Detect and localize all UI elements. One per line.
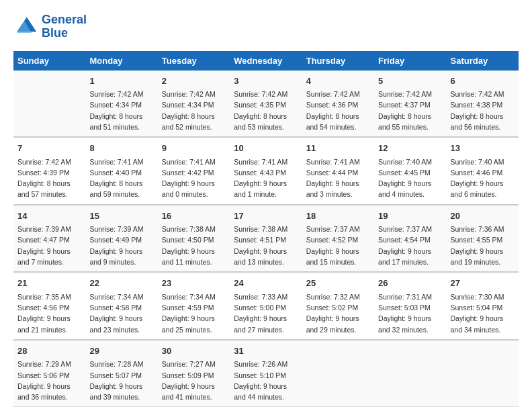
day-number: 1 [89, 75, 153, 88]
day-details: Sunrise: 7:41 AMSunset: 4:44 PMDaylight:… [306, 156, 370, 200]
calendar-cell: 1Sunrise: 7:42 AMSunset: 4:34 PMDaylight… [85, 71, 157, 138]
week-row-2: 7Sunrise: 7:42 AMSunset: 4:39 PMDaylight… [13, 137, 519, 205]
day-details: Sunrise: 7:40 AMSunset: 4:46 PMDaylight:… [451, 156, 515, 200]
column-header-tuesday: Tuesday [158, 51, 230, 71]
day-details: Sunrise: 7:32 AMSunset: 5:02 PMDaylight:… [306, 291, 370, 335]
day-number: 31 [234, 345, 298, 358]
day-details: Sunrise: 7:41 AMSunset: 4:43 PMDaylight:… [234, 156, 298, 200]
calendar-cell: 5Sunrise: 7:42 AMSunset: 4:37 PMDaylight… [374, 71, 446, 138]
calendar-cell: 24Sunrise: 7:33 AMSunset: 5:00 PMDayligh… [230, 272, 302, 340]
day-details: Sunrise: 7:41 AMSunset: 4:42 PMDaylight:… [162, 156, 226, 200]
week-row-1: 1Sunrise: 7:42 AMSunset: 4:34 PMDaylight… [13, 71, 519, 138]
day-header-row: SundayMondayTuesdayWednesdayThursdayFrid… [13, 51, 519, 71]
logo: General Blue [13, 13, 87, 40]
calendar-cell: 7Sunrise: 7:42 AMSunset: 4:39 PMDaylight… [13, 137, 85, 205]
calendar-cell: 4Sunrise: 7:42 AMSunset: 4:36 PMDaylight… [302, 71, 374, 138]
day-number: 12 [378, 142, 442, 155]
day-details: Sunrise: 7:42 AMSunset: 4:37 PMDaylight:… [378, 89, 442, 132]
day-details: Sunrise: 7:28 AMSunset: 5:07 PMDaylight:… [89, 359, 153, 402]
calendar-cell: 26Sunrise: 7:31 AMSunset: 5:03 PMDayligh… [374, 272, 446, 340]
day-details: Sunrise: 7:37 AMSunset: 4:54 PMDaylight:… [378, 224, 442, 267]
day-number: 26 [378, 277, 442, 290]
day-details: Sunrise: 7:34 AMSunset: 4:58 PMDaylight:… [89, 291, 153, 335]
day-details: Sunrise: 7:35 AMSunset: 4:56 PMDaylight:… [17, 291, 81, 335]
day-number: 24 [234, 277, 298, 290]
page-header: General Blue [13, 13, 519, 40]
calendar-cell [447, 340, 519, 407]
day-details: Sunrise: 7:33 AMSunset: 5:00 PMDaylight:… [234, 291, 298, 335]
day-details: Sunrise: 7:38 AMSunset: 4:51 PMDaylight:… [234, 224, 298, 267]
day-details: Sunrise: 7:39 AMSunset: 4:49 PMDaylight:… [89, 224, 153, 267]
week-row-5: 28Sunrise: 7:29 AMSunset: 5:06 PMDayligh… [13, 340, 519, 407]
day-number: 5 [378, 75, 442, 88]
day-number: 16 [162, 210, 226, 223]
day-number: 23 [162, 277, 226, 290]
day-details: Sunrise: 7:40 AMSunset: 4:45 PMDaylight:… [378, 156, 442, 200]
day-details: Sunrise: 7:27 AMSunset: 5:09 PMDaylight:… [162, 359, 226, 402]
calendar-cell: 8Sunrise: 7:41 AMSunset: 4:40 PMDaylight… [85, 137, 157, 205]
calendar-cell: 16Sunrise: 7:38 AMSunset: 4:50 PMDayligh… [158, 205, 230, 273]
day-details: Sunrise: 7:42 AMSunset: 4:36 PMDaylight:… [306, 89, 370, 132]
day-details: Sunrise: 7:41 AMSunset: 4:40 PMDaylight:… [89, 156, 153, 200]
calendar-cell: 23Sunrise: 7:34 AMSunset: 4:59 PMDayligh… [158, 272, 230, 340]
calendar-cell: 2Sunrise: 7:42 AMSunset: 4:34 PMDaylight… [158, 71, 230, 138]
day-number: 21 [17, 277, 81, 290]
day-number: 27 [451, 277, 515, 290]
day-number: 18 [306, 210, 370, 223]
day-details: Sunrise: 7:39 AMSunset: 4:47 PMDaylight:… [17, 224, 81, 267]
calendar-cell: 9Sunrise: 7:41 AMSunset: 4:42 PMDaylight… [158, 137, 230, 205]
day-number: 8 [89, 142, 153, 155]
calendar-cell: 6Sunrise: 7:42 AMSunset: 4:38 PMDaylight… [447, 71, 519, 138]
calendar-cell: 30Sunrise: 7:27 AMSunset: 5:09 PMDayligh… [158, 340, 230, 407]
day-number: 9 [162, 142, 226, 155]
logo-text: General Blue [42, 13, 87, 40]
calendar-cell: 21Sunrise: 7:35 AMSunset: 4:56 PMDayligh… [13, 272, 85, 340]
day-number: 6 [451, 75, 515, 88]
calendar-cell: 12Sunrise: 7:40 AMSunset: 4:45 PMDayligh… [374, 137, 446, 205]
day-number: 11 [306, 142, 370, 155]
day-number: 30 [162, 345, 226, 358]
day-details: Sunrise: 7:42 AMSunset: 4:39 PMDaylight:… [17, 156, 81, 200]
day-number: 3 [234, 75, 298, 88]
calendar-cell: 13Sunrise: 7:40 AMSunset: 4:46 PMDayligh… [447, 137, 519, 205]
calendar-cell: 10Sunrise: 7:41 AMSunset: 4:43 PMDayligh… [230, 137, 302, 205]
day-details: Sunrise: 7:42 AMSunset: 4:34 PMDaylight:… [162, 89, 226, 132]
calendar-cell [13, 71, 85, 138]
column-header-monday: Monday [85, 51, 157, 71]
day-details: Sunrise: 7:42 AMSunset: 4:35 PMDaylight:… [234, 89, 298, 132]
calendar-cell: 28Sunrise: 7:29 AMSunset: 5:06 PMDayligh… [13, 340, 85, 407]
week-row-4: 21Sunrise: 7:35 AMSunset: 4:56 PMDayligh… [13, 272, 519, 340]
day-details: Sunrise: 7:36 AMSunset: 4:55 PMDaylight:… [451, 224, 515, 267]
calendar-cell: 25Sunrise: 7:32 AMSunset: 5:02 PMDayligh… [302, 272, 374, 340]
day-number: 10 [234, 142, 298, 155]
day-details: Sunrise: 7:30 AMSunset: 5:04 PMDaylight:… [451, 291, 515, 335]
day-number: 7 [17, 142, 81, 155]
day-number: 19 [378, 210, 442, 223]
day-details: Sunrise: 7:37 AMSunset: 4:52 PMDaylight:… [306, 224, 370, 267]
week-row-3: 14Sunrise: 7:39 AMSunset: 4:47 PMDayligh… [13, 205, 519, 273]
day-number: 29 [89, 345, 153, 358]
day-details: Sunrise: 7:29 AMSunset: 5:06 PMDaylight:… [17, 359, 81, 402]
column-header-wednesday: Wednesday [230, 51, 302, 71]
day-number: 4 [306, 75, 370, 88]
calendar-cell: 22Sunrise: 7:34 AMSunset: 4:58 PMDayligh… [85, 272, 157, 340]
calendar-table: SundayMondayTuesdayWednesdayThursdayFrid… [13, 51, 519, 408]
calendar-cell: 14Sunrise: 7:39 AMSunset: 4:47 PMDayligh… [13, 205, 85, 273]
day-details: Sunrise: 7:26 AMSunset: 5:10 PMDaylight:… [234, 359, 298, 402]
day-details: Sunrise: 7:31 AMSunset: 5:03 PMDaylight:… [378, 291, 442, 335]
calendar-cell: 11Sunrise: 7:41 AMSunset: 4:44 PMDayligh… [302, 137, 374, 205]
day-details: Sunrise: 7:42 AMSunset: 4:34 PMDaylight:… [89, 89, 153, 132]
day-number: 17 [234, 210, 298, 223]
calendar-cell: 31Sunrise: 7:26 AMSunset: 5:10 PMDayligh… [230, 340, 302, 407]
calendar-cell: 15Sunrise: 7:39 AMSunset: 4:49 PMDayligh… [85, 205, 157, 273]
day-number: 15 [89, 210, 153, 223]
day-number: 20 [451, 210, 515, 223]
calendar-cell [302, 340, 374, 407]
column-header-friday: Friday [374, 51, 446, 71]
column-header-sunday: Sunday [13, 51, 85, 71]
day-number: 2 [162, 75, 226, 88]
day-number: 25 [306, 277, 370, 290]
calendar-cell: 17Sunrise: 7:38 AMSunset: 4:51 PMDayligh… [230, 205, 302, 273]
calendar-cell: 19Sunrise: 7:37 AMSunset: 4:54 PMDayligh… [374, 205, 446, 273]
day-details: Sunrise: 7:38 AMSunset: 4:50 PMDaylight:… [162, 224, 226, 267]
